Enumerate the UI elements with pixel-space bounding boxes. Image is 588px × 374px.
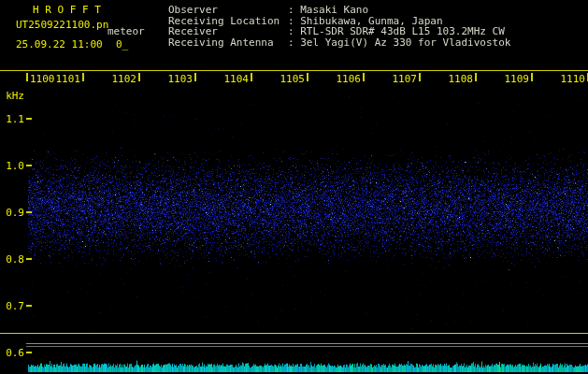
frequency-tick: [26, 118, 32, 120]
frequency-tick-label: 0.6: [0, 348, 24, 358]
frequency-tick: [26, 352, 32, 353]
time-tick: [251, 73, 252, 81]
time-tick-label: 1105: [279, 74, 305, 84]
time-tick: [138, 73, 140, 81]
time-tick-label: 1109: [503, 74, 529, 84]
frequency-tick: [26, 165, 32, 166]
station-name: meteor: [108, 26, 145, 36]
time-tick-label: 1100: [30, 74, 55, 84]
level-reference-line-upper: [26, 343, 588, 344]
time-tick: [82, 73, 84, 81]
time-tick: [475, 73, 477, 81]
info-row-observer: Observer: Masaki Kano: [168, 5, 368, 15]
info-label: Observer: [168, 5, 288, 15]
frequency-tick-label: 0.8: [0, 254, 24, 265]
hrofft-spectrogram-window: H R O F F T UT2509221100.pn meteor 25.09…: [0, 0, 588, 374]
date-time: 25.09.22 11:00: [16, 39, 103, 50]
frequency-tick: [26, 305, 32, 307]
frequency-tick: [26, 211, 32, 213]
frequency-tick: [26, 258, 32, 260]
time-tick-label: 1102: [110, 74, 136, 84]
frequency-tick-label: 1.1: [0, 114, 24, 124]
frequency-tick-label: 1.0: [0, 161, 24, 171]
time-tick-label: 1106: [335, 74, 361, 84]
echo-counter: 0_: [116, 39, 128, 50]
time-tick-label: 1104: [222, 74, 249, 84]
level-strip-divider-line: [0, 333, 588, 334]
time-tick: [194, 73, 196, 81]
app-title: H R O F F T: [33, 5, 101, 15]
time-tick-label: 1101: [54, 74, 80, 84]
header-divider-line: [0, 70, 588, 71]
time-tick: [419, 73, 421, 81]
frequency-axis-unit: kHz: [0, 91, 24, 101]
spectrogram-canvas: [0, 0, 588, 374]
time-tick-label: 1107: [391, 74, 417, 84]
time-tick: [531, 73, 533, 81]
info-row-receiving-location: Receiving Location: Shibukawa, Gunma, Ja…: [168, 16, 443, 26]
time-tick-label: 1103: [166, 74, 193, 84]
time-tick-label: 1108: [447, 74, 473, 84]
info-label: Receiver: [168, 26, 288, 36]
info-value: : 3el Yagi(V) Az 330 for Vladivostok: [288, 36, 510, 49]
level-reference-line-lower: [26, 346, 588, 347]
info-row-receiving-antenna: Receiving Antenna: 3el Yagi(V) Az 330 fo…: [168, 37, 510, 48]
time-tick-label: 1110: [559, 74, 585, 84]
info-label: Receiving Antenna: [168, 37, 288, 48]
frequency-tick-label: 0.7: [0, 301, 24, 311]
time-tick: [26, 73, 28, 81]
time-tick: [307, 73, 308, 81]
info-row-receiver: Receiver: RTL-SDR SDR# 43dB L15 103.2MHz…: [168, 26, 505, 36]
info-label: Receiving Location: [168, 16, 288, 26]
filename: UT2509221100.pn: [16, 20, 108, 30]
time-tick: [363, 73, 365, 81]
frequency-tick-label: 0.9: [0, 208, 24, 218]
